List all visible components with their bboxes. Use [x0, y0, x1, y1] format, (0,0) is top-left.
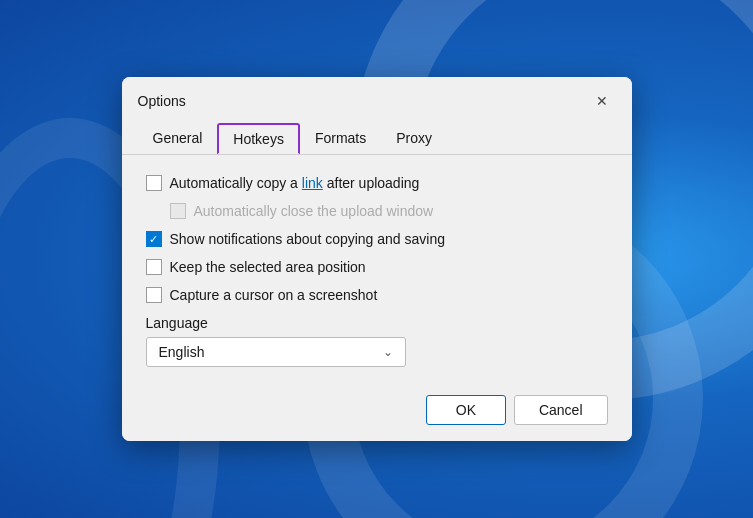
option-keep-area-position: Keep the selected area position — [146, 259, 608, 275]
tab-bar: General Hotkeys Formats Proxy — [122, 115, 632, 154]
option-auto-copy-link: Automatically copy a link after uploadin… — [146, 175, 608, 191]
title-bar: Options ✕ — [122, 77, 632, 115]
option-capture-cursor: Capture a cursor on a screenshot — [146, 287, 608, 303]
option-label-auto-copy-link: Automatically copy a link after uploadin… — [170, 175, 420, 191]
option-show-notifications: Show notifications about copying and sav… — [146, 231, 608, 247]
cancel-button[interactable]: Cancel — [514, 395, 608, 425]
option-auto-close-upload: Automatically close the upload window — [170, 203, 608, 219]
option-label-capture-cursor: Capture a cursor on a screenshot — [170, 287, 378, 303]
option-label-show-notifications: Show notifications about copying and sav… — [170, 231, 446, 247]
checkbox-auto-close-upload[interactable] — [170, 203, 186, 219]
language-selected-value: English — [159, 344, 205, 360]
checkbox-capture-cursor[interactable] — [146, 287, 162, 303]
checkbox-keep-area-position[interactable] — [146, 259, 162, 275]
dropdown-arrow-icon: ⌄ — [383, 345, 393, 359]
close-button[interactable]: ✕ — [588, 87, 616, 115]
tab-formats[interactable]: Formats — [300, 123, 381, 154]
language-section-label: Language — [146, 315, 608, 331]
tab-general[interactable]: General — [138, 123, 218, 154]
option-label-keep-area-position: Keep the selected area position — [170, 259, 366, 275]
language-dropdown[interactable]: English ⌄ — [146, 337, 406, 367]
dialog-title: Options — [138, 93, 186, 109]
dialog-footer: OK Cancel — [122, 383, 632, 441]
content-area: Automatically copy a link after uploadin… — [122, 154, 632, 383]
tab-proxy[interactable]: Proxy — [381, 123, 447, 154]
options-dialog: Options ✕ General Hotkeys Formats Proxy … — [122, 77, 632, 441]
checkbox-auto-copy-link[interactable] — [146, 175, 162, 191]
checkbox-show-notifications[interactable] — [146, 231, 162, 247]
option-label-auto-close-upload: Automatically close the upload window — [194, 203, 434, 219]
tab-hotkeys[interactable]: Hotkeys — [217, 123, 300, 154]
ok-button[interactable]: OK — [426, 395, 506, 425]
